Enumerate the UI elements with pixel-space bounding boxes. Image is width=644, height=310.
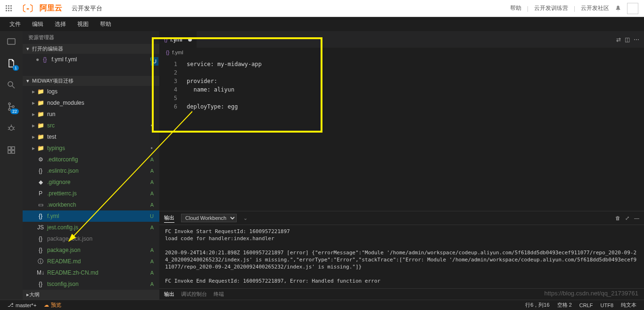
tab-label: f.yml	[170, 36, 182, 43]
chevron-icon: ▸	[32, 143, 37, 153]
bottom-tabs: 输出 调试控制台 终端	[159, 288, 644, 300]
file-tree-item[interactable]: ▸📁test	[23, 131, 159, 142]
svg-rect-12	[8, 147, 11, 150]
file-tree-item[interactable]: ▸📁logs	[23, 86, 159, 97]
file-name: .workbench	[47, 200, 76, 209]
search-icon[interactable]	[5, 78, 18, 92]
file-icon: 📁	[37, 143, 44, 153]
file-tree-item[interactable]: ▸📁node_modules	[23, 97, 159, 109]
more-icon[interactable]: ⋯	[634, 36, 639, 43]
file-tree-item[interactable]: ▸📁run	[23, 109, 159, 120]
tab-bar: {} f.yml ⇄ ◫ ⋯	[159, 31, 644, 48]
editor-tab[interactable]: {} f.yml	[159, 31, 197, 48]
svg-line-8	[8, 127, 9, 128]
output-tab[interactable]: 输出	[164, 213, 174, 223]
chevron-down-icon: ▾	[26, 46, 32, 52]
svg-line-9	[13, 127, 15, 128]
file-tree-item[interactable]: ◆.gitignoreA	[23, 176, 159, 188]
svg-point-3	[8, 103, 10, 105]
preview-status[interactable]: ☁预览	[40, 302, 65, 309]
source-control-icon[interactable]: 22	[5, 100, 18, 113]
close-icon[interactable]: —	[634, 215, 639, 221]
file-icon: ⓘ	[37, 257, 44, 266]
panel-tabs: 输出 Cloud Workbench ⌄ 🗑 ⤢ —	[159, 211, 644, 225]
file-name: package-lock.json	[47, 234, 92, 243]
menu-select[interactable]: 选择	[49, 17, 72, 31]
explorer-icon[interactable]: 1	[5, 57, 18, 70]
dirty-indicator-icon	[188, 38, 192, 42]
eol-status[interactable]: CRLF	[576, 302, 597, 309]
file-icon: ▭	[37, 200, 44, 209]
file-tree-item[interactable]: P.prettierrc.jsA	[23, 188, 159, 199]
dirty-dot-icon: ●	[36, 55, 39, 64]
header-right: 帮助 | 云开发训练营 | 云开发社区	[510, 3, 638, 14]
file-icon: {}	[37, 279, 44, 289]
file-tree-item[interactable]: {}package-lock.json	[23, 233, 159, 244]
panel-content[interactable]: FC Invoke Start RequestId: 1600957221897…	[159, 225, 644, 288]
language-mode[interactable]: 纯文本	[617, 302, 640, 309]
file-tree-item[interactable]: ▸📁typings●	[23, 142, 159, 154]
file-icon: {}	[37, 245, 44, 255]
yaml-icon: {}	[164, 37, 167, 42]
file-name: f.yml	[47, 211, 59, 221]
file-icon: 📁	[37, 132, 44, 142]
yaml-icon: {}	[41, 55, 49, 64]
debug-icon[interactable]	[5, 122, 18, 135]
bottom-terminal-tab[interactable]: 终端	[214, 291, 224, 298]
project-header[interactable]: ▾MIDWAY项目迁移	[23, 76, 159, 86]
file-tree-item[interactable]: M↓README.zh-CN.mdA	[23, 267, 159, 278]
menu-view[interactable]: 视图	[72, 17, 94, 31]
bell-icon[interactable]	[615, 5, 621, 12]
file-tree-item[interactable]: {}package.jsonA	[23, 244, 159, 256]
branch-status[interactable]: ⎇master*+	[4, 302, 40, 308]
file-tree-item[interactable]: {}.eslintrc.jsonA	[23, 165, 159, 176]
open-editors-header[interactable]: ▾打开的编辑器	[23, 44, 159, 54]
main: 1 22 资源管理器 ▾打开的编辑器 ● {} f.yml f.yml U ▾M…	[0, 31, 644, 300]
menu-help[interactable]: 帮助	[94, 17, 117, 31]
cloud-icon: ☁	[44, 302, 49, 308]
extensions-icon[interactable]	[5, 143, 18, 157]
file-tree-item[interactable]: {}tsconfig.jsonA	[23, 278, 159, 290]
activity-webview-icon[interactable]	[5, 35, 18, 48]
file-tree-item[interactable]: ⚙.editorconfigA	[23, 154, 159, 165]
file-icon: {}	[37, 166, 44, 176]
bottom-output-tab[interactable]: 输出	[164, 291, 174, 298]
file-icon: ⚙	[37, 155, 44, 164]
file-tree-item[interactable]: ▭.workbenchA	[23, 199, 159, 210]
output-channel-select[interactable]: Cloud Workbench	[181, 214, 237, 222]
help-link[interactable]: 帮助	[510, 4, 521, 12]
outline-header[interactable]: ▸大纲	[23, 290, 159, 300]
logo-bracket-icon: 〔-〕	[18, 3, 38, 14]
maximize-icon[interactable]: ⤢	[625, 215, 629, 221]
file-tree-item[interactable]: ▸📁src●	[23, 120, 159, 131]
open-editor-item[interactable]: ● {} f.yml f.yml U	[23, 54, 159, 65]
svg-rect-15	[12, 151, 15, 153]
file-tree-item[interactable]: {}f.ymlU	[23, 210, 159, 222]
cursor-position[interactable]: 行6，列16	[521, 302, 553, 309]
breadcrumb[interactable]: {} f.yml	[159, 48, 644, 57]
bottom-debug-tab[interactable]: 调试控制台	[181, 291, 207, 298]
compare-icon[interactable]: ⇄	[616, 36, 621, 43]
camp-link[interactable]: 云开发训练营	[534, 4, 568, 12]
file-name: run	[47, 109, 55, 119]
file-name: test	[47, 132, 56, 142]
indent-status[interactable]: 空格 2	[553, 302, 576, 309]
apps-icon[interactable]	[6, 5, 12, 12]
sidebar-title: 资源管理器	[23, 31, 159, 44]
avatar[interactable]	[627, 3, 638, 14]
split-icon[interactable]: ◫	[625, 36, 630, 43]
encoding-status[interactable]: UTF8	[597, 302, 618, 309]
menu-edit[interactable]: 编辑	[26, 17, 49, 31]
svg-point-6	[9, 126, 13, 130]
community-link[interactable]: 云开发社区	[581, 4, 609, 12]
file-tree-item[interactable]: JSjest.config.jsA	[23, 222, 159, 233]
clear-icon[interactable]: 🗑	[615, 215, 620, 221]
code-content[interactable]: service: my-midawy-app provider: name: a…	[183, 57, 262, 211]
editor-body[interactable]: U 123456 service: my-midawy-app provider…	[159, 57, 644, 211]
top-header: 〔-〕 阿里云 云开发平台 帮助 | 云开发训练营 | 云开发社区	[0, 0, 644, 17]
file-tree-item[interactable]: ⓘREADME.mdA	[23, 256, 159, 267]
menu-file[interactable]: 文件	[4, 17, 26, 31]
file-icon: 📁	[37, 121, 44, 130]
logo[interactable]: 〔-〕 阿里云	[18, 3, 62, 14]
file-name: package.json	[47, 245, 81, 255]
